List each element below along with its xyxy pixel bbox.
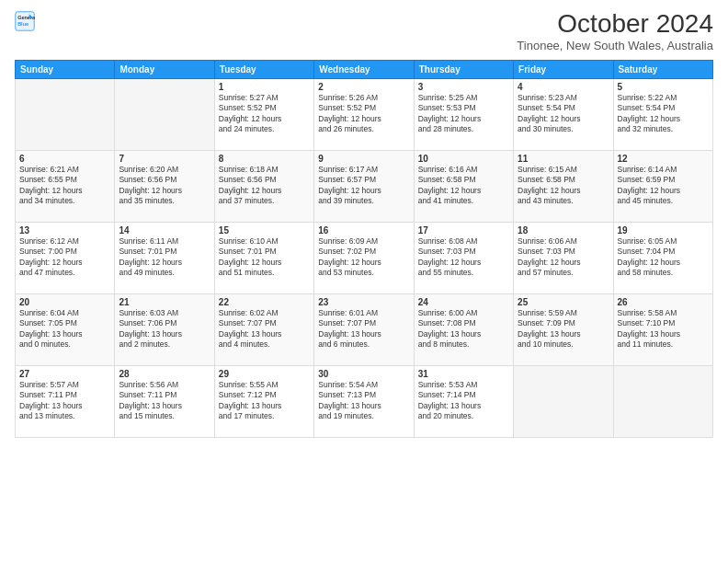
day-info: Sunrise: 5:55 AMSunset: 7:12 PMDaylight:… [219,380,310,422]
weekday-header: Saturday [613,61,712,79]
logo: General Blue [15,11,35,31]
calendar-cell: 8Sunrise: 6:18 AMSunset: 6:56 PMDaylight… [214,151,313,223]
calendar-cell: 6Sunrise: 6:21 AMSunset: 6:55 PMDaylight… [16,151,115,223]
calendar-cell: 22Sunrise: 6:02 AMSunset: 7:07 PMDayligh… [214,294,313,366]
calendar-cell: 24Sunrise: 6:00 AMSunset: 7:08 PMDayligh… [414,294,513,366]
day-number: 9 [318,154,409,164]
day-number: 7 [119,154,210,164]
calendar-cell: 26Sunrise: 5:58 AMSunset: 7:10 PMDayligh… [613,294,712,366]
day-info: Sunrise: 6:21 AMSunset: 6:55 PMDaylight:… [19,165,110,207]
title-block: October 2024 Tinonee, New South Wales, A… [517,11,713,52]
day-number: 14 [119,225,210,236]
weekday-header: Tuesday [214,61,313,79]
day-number: 11 [518,154,609,164]
day-info: Sunrise: 6:03 AMSunset: 7:06 PMDaylight:… [119,308,210,350]
day-info: Sunrise: 6:16 AMSunset: 6:58 PMDaylight:… [418,165,509,207]
day-info: Sunrise: 5:57 AMSunset: 7:11 PMDaylight:… [19,380,110,422]
calendar-cell: 20Sunrise: 6:04 AMSunset: 7:05 PMDayligh… [16,294,115,366]
calendar-cell [514,366,613,438]
weekday-header-row: SundayMondayTuesdayWednesdayThursdayFrid… [16,61,713,79]
day-number: 16 [318,225,409,236]
day-number: 21 [119,297,210,307]
day-number: 23 [318,297,409,307]
day-info: Sunrise: 6:04 AMSunset: 7:05 PMDaylight:… [19,308,110,350]
calendar-page: General Blue October 2024 Tinonee, New S… [0,0,728,563]
day-info: Sunrise: 6:02 AMSunset: 7:07 PMDaylight:… [219,308,310,350]
calendar-cell: 2Sunrise: 5:26 AMSunset: 5:52 PMDaylight… [314,79,414,151]
day-number: 4 [518,82,609,92]
day-number: 24 [418,297,509,307]
calendar-table: SundayMondayTuesdayWednesdayThursdayFrid… [15,60,713,438]
calendar-cell: 9Sunrise: 6:17 AMSunset: 6:57 PMDaylight… [314,151,414,223]
calendar-cell: 19Sunrise: 6:05 AMSunset: 7:04 PMDayligh… [613,223,712,294]
day-info: Sunrise: 5:22 AMSunset: 5:54 PMDaylight:… [618,93,709,135]
day-number: 30 [318,369,409,379]
calendar-cell: 4Sunrise: 5:23 AMSunset: 5:54 PMDaylight… [514,79,613,151]
day-number: 5 [618,82,709,92]
day-info: Sunrise: 6:10 AMSunset: 7:01 PMDaylight:… [219,236,310,279]
month-title: October 2024 [517,11,713,37]
day-info: Sunrise: 6:17 AMSunset: 6:57 PMDaylight:… [318,165,409,207]
day-number: 26 [618,297,709,307]
calendar-cell: 1Sunrise: 5:27 AMSunset: 5:52 PMDaylight… [214,79,313,151]
day-info: Sunrise: 6:12 AMSunset: 7:00 PMDaylight:… [19,236,110,279]
day-number: 15 [219,225,310,236]
calendar-week-row: 6Sunrise: 6:21 AMSunset: 6:55 PMDaylight… [16,151,713,223]
day-number: 13 [19,225,110,236]
day-info: Sunrise: 5:58 AMSunset: 7:10 PMDaylight:… [618,308,709,350]
calendar-cell: 16Sunrise: 6:09 AMSunset: 7:02 PMDayligh… [314,223,414,294]
day-info: Sunrise: 6:14 AMSunset: 6:59 PMDaylight:… [618,165,709,207]
day-number: 25 [518,297,609,307]
day-info: Sunrise: 5:54 AMSunset: 7:13 PMDaylight:… [318,380,409,422]
day-number: 28 [119,369,210,379]
calendar-week-row: 27Sunrise: 5:57 AMSunset: 7:11 PMDayligh… [16,366,713,438]
day-number: 19 [618,225,709,236]
day-info: Sunrise: 6:05 AMSunset: 7:04 PMDaylight:… [618,236,709,279]
day-info: Sunrise: 6:00 AMSunset: 7:08 PMDaylight:… [418,308,509,350]
calendar-cell: 14Sunrise: 6:11 AMSunset: 7:01 PMDayligh… [115,223,214,294]
day-info: Sunrise: 5:27 AMSunset: 5:52 PMDaylight:… [219,93,310,135]
calendar-cell: 23Sunrise: 6:01 AMSunset: 7:07 PMDayligh… [314,294,414,366]
calendar-cell: 25Sunrise: 5:59 AMSunset: 7:09 PMDayligh… [514,294,613,366]
day-info: Sunrise: 5:26 AMSunset: 5:52 PMDaylight:… [318,93,409,135]
day-number: 12 [618,154,709,164]
calendar-cell: 21Sunrise: 6:03 AMSunset: 7:06 PMDayligh… [115,294,214,366]
calendar-cell: 10Sunrise: 6:16 AMSunset: 6:58 PMDayligh… [414,151,513,223]
calendar-cell: 29Sunrise: 5:55 AMSunset: 7:12 PMDayligh… [214,366,313,438]
page-header: General Blue October 2024 Tinonee, New S… [15,11,713,52]
calendar-cell: 17Sunrise: 6:08 AMSunset: 7:03 PMDayligh… [414,223,513,294]
day-number: 10 [418,154,509,164]
calendar-cell: 15Sunrise: 6:10 AMSunset: 7:01 PMDayligh… [214,223,313,294]
day-number: 3 [418,82,509,92]
day-number: 29 [219,369,310,379]
calendar-week-row: 13Sunrise: 6:12 AMSunset: 7:00 PMDayligh… [16,223,713,294]
day-info: Sunrise: 5:53 AMSunset: 7:14 PMDaylight:… [418,380,509,422]
day-number: 27 [19,369,110,379]
calendar-cell: 31Sunrise: 5:53 AMSunset: 7:14 PMDayligh… [414,366,513,438]
logo-icon: General Blue [15,11,35,31]
calendar-cell [115,79,214,151]
day-info: Sunrise: 6:18 AMSunset: 6:56 PMDaylight:… [219,165,310,207]
weekday-header: Wednesday [314,61,414,79]
day-info: Sunrise: 6:09 AMSunset: 7:02 PMDaylight:… [318,236,409,279]
day-info: Sunrise: 6:06 AMSunset: 7:03 PMDaylight:… [518,236,609,279]
day-number: 17 [418,225,509,236]
day-info: Sunrise: 5:59 AMSunset: 7:09 PMDaylight:… [518,308,609,350]
weekday-header: Monday [115,61,214,79]
calendar-week-row: 20Sunrise: 6:04 AMSunset: 7:05 PMDayligh… [16,294,713,366]
calendar-cell: 27Sunrise: 5:57 AMSunset: 7:11 PMDayligh… [16,366,115,438]
day-number: 6 [19,154,110,164]
day-number: 20 [19,297,110,307]
calendar-cell: 30Sunrise: 5:54 AMSunset: 7:13 PMDayligh… [314,366,414,438]
calendar-cell [613,366,712,438]
day-info: Sunrise: 6:15 AMSunset: 6:58 PMDaylight:… [518,165,609,207]
calendar-cell: 3Sunrise: 5:25 AMSunset: 5:53 PMDaylight… [414,79,513,151]
svg-text:Blue: Blue [17,22,28,28]
weekday-header: Friday [514,61,613,79]
day-info: Sunrise: 5:25 AMSunset: 5:53 PMDaylight:… [418,93,509,135]
weekday-header: Sunday [16,61,115,79]
day-info: Sunrise: 5:56 AMSunset: 7:11 PMDaylight:… [119,380,210,422]
day-number: 8 [219,154,310,164]
day-number: 1 [219,82,310,92]
calendar-week-row: 1Sunrise: 5:27 AMSunset: 5:52 PMDaylight… [16,79,713,151]
